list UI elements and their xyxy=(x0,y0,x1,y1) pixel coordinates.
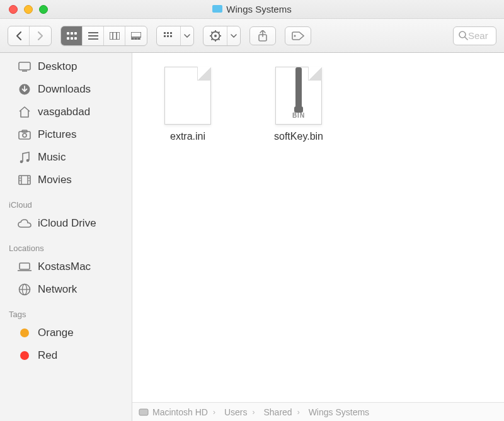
svg-rect-1 xyxy=(71,32,73,35)
svg-rect-56 xyxy=(139,409,148,415)
file-icon xyxy=(164,67,211,125)
svg-line-30 xyxy=(218,31,219,33)
chevron-right-icon: › xyxy=(296,408,301,417)
sidebar-item-icloud-drive[interactable]: iCloud Drive xyxy=(0,212,132,235)
movies-icon xyxy=(18,173,32,187)
sidebar-item-music[interactable]: Music xyxy=(0,146,132,169)
content-area[interactable]: extra.ini BIN softKey.bin Macintosh HD › xyxy=(132,53,504,421)
sidebar-item-label: iCloud Drive xyxy=(38,217,96,230)
sidebar-item-label: vasgabdad xyxy=(38,106,90,118)
path-crumb[interactable]: Wings Systems xyxy=(305,407,369,417)
sidebar-item-tag-red[interactable]: Red xyxy=(0,344,132,367)
sidebar-item-label: Downloads xyxy=(38,83,91,96)
svg-rect-13 xyxy=(132,38,134,40)
sidebar-item-label: Music xyxy=(38,151,66,164)
sidebar: Desktop Downloads vasgabdad Pictures Mus… xyxy=(0,53,132,421)
close-window-button[interactable] xyxy=(9,5,18,14)
nav-buttons xyxy=(8,26,52,46)
minimize-window-button[interactable] xyxy=(24,5,33,14)
home-icon xyxy=(18,105,32,119)
cloud-icon xyxy=(18,216,32,230)
file-item[interactable]: BIN softKey.bin xyxy=(268,67,329,142)
sidebar-item-label: Red xyxy=(38,349,57,362)
path-crumb-label: Wings Systems xyxy=(309,407,369,417)
path-crumb[interactable]: Macintosh HD xyxy=(139,407,208,417)
svg-rect-36 xyxy=(19,62,30,70)
svg-rect-12 xyxy=(131,32,141,37)
sidebar-heading-tags: Tags xyxy=(0,301,132,322)
svg-rect-19 xyxy=(164,35,166,37)
svg-rect-39 xyxy=(19,132,30,139)
sidebar-item-home[interactable]: vasgabdad xyxy=(0,101,132,123)
svg-rect-18 xyxy=(170,32,172,34)
back-button[interactable] xyxy=(8,26,30,45)
sidebar-item-label: Orange xyxy=(38,327,74,339)
action-menu-button[interactable] xyxy=(203,26,241,46)
icon-view-button[interactable] xyxy=(61,26,83,45)
sidebar-item-label: Network xyxy=(38,283,77,296)
pictures-icon xyxy=(18,128,32,142)
zoom-window-button[interactable] xyxy=(39,5,48,14)
list-view-button[interactable] xyxy=(83,26,104,45)
window-title-label: Wings Systems xyxy=(226,4,291,14)
svg-point-43 xyxy=(26,159,30,162)
toolbar xyxy=(0,19,504,53)
laptop-icon xyxy=(18,260,32,274)
sidebar-item-pictures[interactable]: Pictures xyxy=(0,123,132,146)
tag-dot-icon xyxy=(18,349,32,362)
group-by-button[interactable] xyxy=(156,26,194,46)
svg-rect-15 xyxy=(138,38,140,40)
svg-rect-9 xyxy=(110,32,120,40)
svg-rect-0 xyxy=(67,32,69,35)
downloads-icon xyxy=(18,82,32,96)
file-item[interactable]: extra.ini xyxy=(158,67,218,142)
sidebar-item-label: Movies xyxy=(38,174,72,186)
sidebar-item-tag-orange[interactable]: Orange xyxy=(0,322,132,344)
svg-rect-3 xyxy=(67,37,69,40)
svg-rect-44 xyxy=(19,176,30,184)
forward-button[interactable] xyxy=(30,26,51,45)
svg-rect-14 xyxy=(135,38,137,40)
gallery-view-button[interactable] xyxy=(125,26,147,45)
svg-rect-51 xyxy=(20,263,30,269)
path-bar: Macintosh HD › Users › Shared › Wings Sy… xyxy=(132,402,504,421)
svg-rect-5 xyxy=(74,37,77,40)
svg-line-28 xyxy=(211,31,212,33)
network-icon xyxy=(18,283,32,296)
svg-rect-20 xyxy=(167,35,169,37)
file-name-label: softKey.bin xyxy=(274,131,323,142)
chevron-right-icon: › xyxy=(212,408,217,417)
tags-button[interactable] xyxy=(285,26,311,45)
path-crumb-label: Macintosh HD xyxy=(152,407,208,417)
svg-point-33 xyxy=(294,35,296,36)
sidebar-item-movies[interactable]: Movies xyxy=(0,169,132,191)
search-field[interactable] xyxy=(453,26,496,45)
svg-line-31 xyxy=(211,38,212,40)
sidebar-item-label: Desktop xyxy=(38,60,77,73)
share-button[interactable] xyxy=(249,26,276,45)
svg-point-42 xyxy=(20,160,23,164)
svg-rect-4 xyxy=(71,37,73,40)
path-crumb[interactable]: Shared xyxy=(260,407,292,417)
column-view-button[interactable] xyxy=(104,26,125,45)
sidebar-item-kostasmac[interactable]: KostasMac xyxy=(0,255,132,278)
sidebar-item-downloads[interactable]: Downloads xyxy=(0,78,132,101)
svg-point-23 xyxy=(214,35,217,37)
titlebar: Wings Systems xyxy=(0,0,504,19)
file-icon: BIN xyxy=(275,67,322,125)
sidebar-item-desktop[interactable]: Desktop xyxy=(0,55,132,78)
sidebar-item-network[interactable]: Network xyxy=(0,278,132,301)
chevron-down-icon xyxy=(181,26,193,45)
svg-rect-17 xyxy=(167,32,169,34)
chevron-right-icon: › xyxy=(251,408,256,417)
svg-line-29 xyxy=(218,38,219,40)
path-crumb[interactable]: Users xyxy=(220,407,248,417)
svg-line-35 xyxy=(465,37,467,40)
search-input[interactable] xyxy=(468,30,491,41)
icon-grid: extra.ini BIN softKey.bin xyxy=(132,53,504,156)
music-icon xyxy=(18,150,32,164)
file-badge: BIN xyxy=(276,112,321,119)
view-mode-segment xyxy=(60,26,147,46)
file-name-label: extra.ini xyxy=(170,131,205,142)
window-title: Wings Systems xyxy=(0,4,504,14)
